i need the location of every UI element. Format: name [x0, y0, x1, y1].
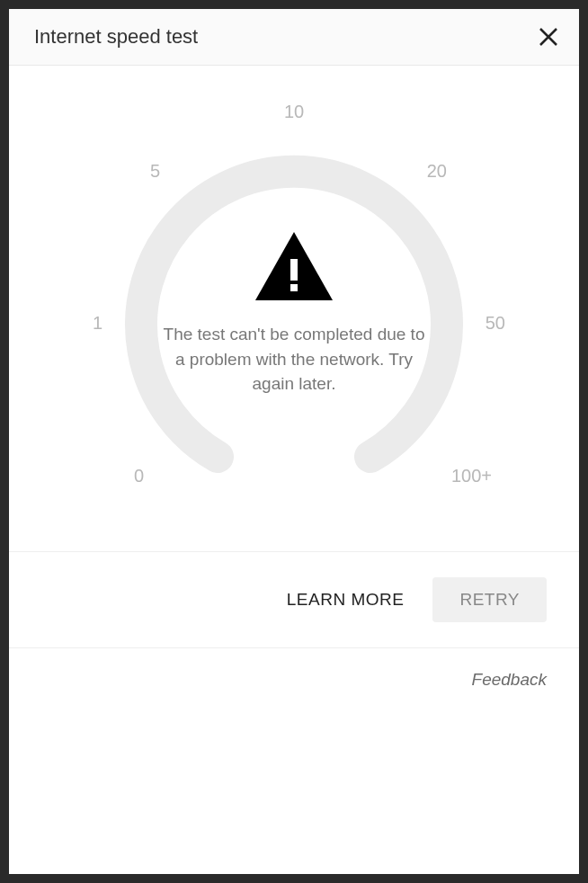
- svg-rect-0: [290, 259, 298, 281]
- modal-title: Internet speed test: [34, 25, 198, 49]
- gauge-tick-1: 1: [93, 313, 102, 334]
- learn-more-button[interactable]: LEARN MORE: [287, 590, 405, 610]
- gauge-tick-20: 20: [427, 161, 447, 182]
- close-icon[interactable]: [538, 26, 559, 48]
- speed-test-modal: Internet speed test 10 5 20 1 50 0 100+: [9, 9, 579, 874]
- gauge-tick-50: 50: [486, 313, 505, 334]
- feedback-section: Feedback: [9, 648, 579, 874]
- actions-section: LEARN MORE RETRY: [9, 552, 579, 648]
- gauge-tick-10: 10: [284, 102, 304, 122]
- retry-button[interactable]: RETRY: [432, 577, 547, 622]
- modal-header: Internet speed test: [9, 9, 579, 66]
- warning-icon: [150, 232, 438, 300]
- gauge-tick-100: 100+: [451, 466, 492, 486]
- svg-rect-1: [290, 284, 298, 291]
- gauge-section: 10 5 20 1 50 0 100+ The test can't be co…: [9, 66, 579, 552]
- gauge-container: 10 5 20 1 50 0 100+ The test can't be co…: [42, 93, 546, 515]
- feedback-link[interactable]: Feedback: [472, 670, 547, 852]
- error-message: The test can't be completed due to a pro…: [150, 322, 438, 397]
- gauge-center-content: The test can't be completed due to a pro…: [150, 232, 438, 397]
- gauge-tick-5: 5: [150, 161, 160, 182]
- gauge-tick-0: 0: [134, 466, 144, 486]
